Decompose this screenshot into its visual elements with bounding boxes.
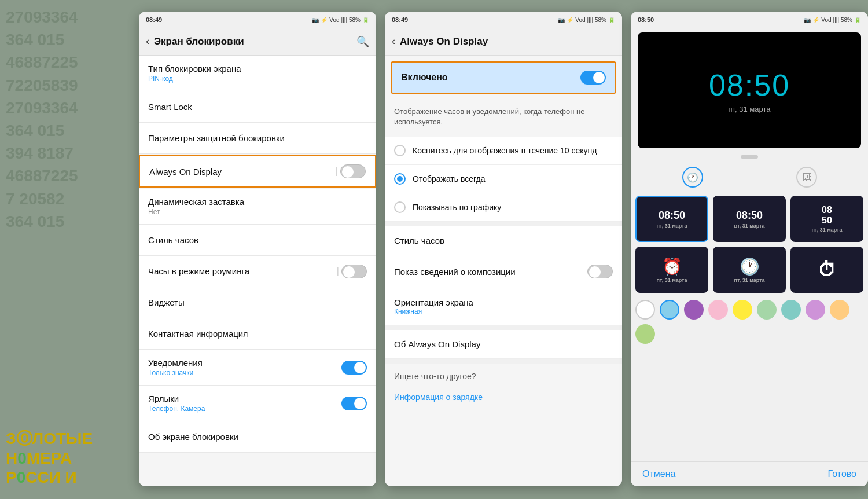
screen3-done-button[interactable]: Готово	[828, 469, 856, 479]
screen2-title: Always On Display	[400, 36, 615, 47]
screen1-item-notifications[interactable]: Уведомления Только значки	[139, 350, 376, 386]
screen3-preview-date: пт, 31 марта	[729, 105, 771, 113]
screen2-aod: 08:49 📷 ⚡ Vod |||| 58% 🔋 ‹ Always On Dis…	[385, 12, 622, 486]
screen1-item-lock-type[interactable]: Тип блокировки экрана PIN-код	[139, 56, 376, 91]
screen1-statusbar: 08:49 📷 ⚡ Vod |||| 58% 🔋	[139, 12, 376, 28]
screen3-swatch-lavender[interactable]	[806, 300, 825, 320]
screen3-swatch-purple[interactable]	[684, 300, 704, 320]
screen2-enabled-label: Включено	[401, 72, 448, 83]
screen2-radio-group: Коснитесь для отображения в течение 10 с…	[385, 137, 622, 222]
screen1-search-icon[interactable]: 🔍	[356, 35, 369, 48]
screen3-thumb-4[interactable]: ⏰ пт, 31 марта	[635, 247, 708, 293]
logo-line2: Н0МЕРА	[6, 449, 93, 468]
logo-line3: Р0ССИ И	[6, 468, 93, 487]
screen1-item-aod[interactable]: Always On Display |	[139, 155, 376, 188]
screen3-clock-styles-section: 🕐 🖼 08:50 пт, 31 марта 08:50 вт, 31 март…	[631, 161, 868, 461]
screen1-item-contact-info[interactable]: Контактная информация	[139, 318, 376, 350]
screen1-lockscreen: 08:49 📷 ⚡ Vod |||| 58% 🔋 ‹ Экран блокиро…	[139, 12, 376, 486]
screen2-radio-touch-label: Коснитесь для отображения в течение 10 с…	[413, 146, 597, 155]
screen3-bottom-actions: Отмена Готово	[631, 461, 868, 486]
screen3-thumb-6[interactable]: ⏱	[790, 247, 863, 293]
screen3-swatch-white[interactable]	[635, 300, 655, 320]
screen1-item-security-params[interactable]: Параметры защитной блокировки	[139, 123, 376, 154]
screen1-shortcuts-toggle[interactable]	[341, 397, 367, 410]
screen2-divider1	[385, 222, 622, 226]
screen2-radio-touch[interactable]: Коснитесь для отображения в течение 10 с…	[385, 137, 622, 165]
screen2-radio-schedule-circle	[394, 201, 406, 213]
screen3-status-icons: 📷 ⚡ Vod |||| 58% 🔋	[804, 17, 861, 23]
screen2-divider2	[385, 325, 622, 330]
screen1-settings-list: Тип блокировки экрана PIN-код Smart Lock…	[139, 56, 376, 486]
screen3-statusbar: 08:50 📷 ⚡ Vod |||| 58% 🔋	[631, 12, 868, 28]
screen3-time: 08:50	[638, 16, 654, 23]
screen2-status-icons: 📷 ⚡ Vod |||| 58% 🔋	[558, 17, 615, 23]
screen2-enabled-container: Включено	[385, 56, 622, 100]
screen1-back-button[interactable]: ‹	[146, 35, 149, 47]
screen3-swatch-teal[interactable]	[781, 300, 801, 320]
screen3-aod-preview: 08:50 пт, 31 марта	[638, 32, 861, 148]
screen2-looking-label: Ищете что-то другое?	[385, 364, 622, 389]
screen2-orientation[interactable]: Ориентация экрана Книжная	[385, 288, 622, 325]
screen3-swatch-green[interactable]	[757, 300, 777, 320]
camera-bump-indicator	[741, 155, 758, 159]
screen3-preview-time: 08:50	[709, 68, 790, 102]
screen3-swatch-pink[interactable]	[708, 300, 728, 320]
screen1-time: 08:49	[146, 16, 162, 23]
screen2-radio-touch-circle	[394, 145, 406, 156]
screen2-radio-always[interactable]: Отображать всегда	[385, 165, 622, 193]
logo-line1: З⓪ЛОТЫЕ	[6, 429, 93, 449]
screen1-item-clock-style[interactable]: Стиль часов	[139, 225, 376, 256]
screen2-radio-schedule-label: Показывать по графику	[413, 203, 501, 212]
screens-container: 08:49 📷 ⚡ Vod |||| 58% 🔋 ‹ Экран блокиро…	[139, 12, 868, 486]
screen2-charge-link[interactable]: Информация о зарядке	[385, 389, 622, 410]
screen3-swatch-orange[interactable]	[830, 300, 849, 320]
screen2-music-toggle[interactable]	[587, 265, 613, 278]
screen1-item-widgets[interactable]: Виджеты	[139, 287, 376, 318]
screen3-swatch-lightblue[interactable]	[660, 300, 679, 320]
screen3-cancel-button[interactable]: Отмена	[642, 469, 675, 479]
screen2-description: Отображение часов и уведомлений, когда т…	[385, 100, 622, 134]
screen1-item-shortcuts[interactable]: Ярлыки Телефон, Камера	[139, 386, 376, 421]
screen3-thumb-2[interactable]: 08:50 вт, 31 марта	[713, 196, 786, 242]
screen3-thumb-5[interactable]: 🕐 пт, 31 марта	[713, 247, 786, 293]
screen1-title: Экран блокировки	[154, 36, 356, 47]
screen2-settings-list: Включено Отображение часов и уведомлений…	[385, 56, 622, 486]
screen2-radio-always-label: Отображать всегда	[413, 174, 485, 184]
screen2-about-aod[interactable]: Об Always On Display	[385, 330, 622, 359]
screen3-color-swatches	[635, 295, 863, 348]
screen3-clock-thumbs: 08:50 пт, 31 марта 08:50 вт, 31 марта 08…	[635, 193, 863, 295]
screen2-topbar: ‹ Always On Display	[385, 28, 622, 56]
background-numbers: 27093364 364 015 46887225 72205839 27093…	[0, 0, 150, 499]
screen2-radio-always-circle	[394, 173, 406, 185]
screen3-thumb-1[interactable]: 08:50 пт, 31 марта	[635, 196, 708, 242]
screen3-image-icon[interactable]: 🖼	[796, 167, 817, 188]
screen2-clock-style[interactable]: Стиль часов	[385, 226, 622, 255]
screen2-music-info[interactable]: Показ сведений о композиции	[385, 255, 622, 288]
screen1-aod-toggle[interactable]	[340, 164, 366, 178]
screen1-topbar: ‹ Экран блокировки 🔍	[139, 28, 376, 56]
screen2-enabled-toggle[interactable]	[580, 71, 606, 85]
screen2-radio-schedule[interactable]: Показывать по графику	[385, 193, 622, 222]
screen3-clock-icon[interactable]: 🕐	[682, 167, 703, 188]
screen1-status-icons: 📷 ⚡ Vod |||| 58% 🔋	[312, 17, 369, 23]
screen2-divider3	[385, 359, 622, 364]
screen2-time: 08:49	[392, 16, 408, 23]
screen3-swatch-lime[interactable]	[635, 324, 655, 344]
logo: З⓪ЛОТЫЕ Н0МЕРА Р0ССИ И	[6, 429, 93, 487]
screen2-statusbar: 08:49 📷 ⚡ Vod |||| 58% 🔋	[385, 12, 622, 28]
screen2-enabled-row[interactable]: Включено	[391, 61, 616, 94]
screen1-item-smart-lock[interactable]: Smart Lock	[139, 91, 376, 123]
screen1-item-dynamic-wallpaper[interactable]: Динамическая заставка Нет	[139, 189, 376, 225]
screen1-roaming-toggle[interactable]	[341, 265, 367, 278]
screen2-back-button[interactable]: ‹	[392, 35, 395, 47]
screen1-notifications-toggle[interactable]	[341, 361, 367, 375]
screen3-clock-styles: 08:50 📷 ⚡ Vod |||| 58% 🔋 08:50 пт, 31 ма…	[631, 12, 868, 486]
screen3-swatch-yellow[interactable]	[733, 300, 752, 320]
screen3-style-icons: 🕐 🖼	[635, 161, 863, 193]
screen1-item-roaming-clock[interactable]: Часы в режиме роуминга |	[139, 256, 376, 287]
screen3-thumb-3[interactable]: 0850 пт, 31 марта	[790, 196, 863, 242]
screen1-item-about-lock[interactable]: Об экране блокировки	[139, 421, 376, 453]
